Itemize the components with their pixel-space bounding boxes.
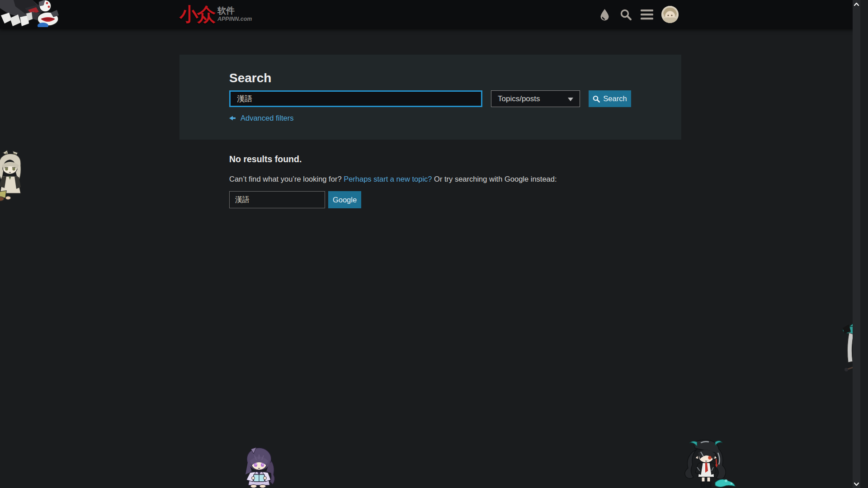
advanced-filters-label: Advanced filters <box>241 114 293 122</box>
arrow-left-icon <box>229 116 236 121</box>
logo-subtitle: APPINN.com <box>217 16 252 23</box>
search-results: No results found. Can’t find what you’re… <box>229 154 681 208</box>
google-button-label: Google <box>333 196 357 204</box>
new-topic-link[interactable]: Perhaps start a new topic? <box>344 175 432 183</box>
logo-subtext: 软件 APPINN.com <box>217 6 252 23</box>
hint-prefix: Can’t find what you’re looking for? <box>229 175 344 183</box>
scrollbar-up-button[interactable] <box>853 0 860 8</box>
theme-toggle-button[interactable] <box>598 8 611 21</box>
google-search-button[interactable]: Google <box>328 191 361 208</box>
content-area: 小众 软件 APPINN.com <box>0 0 860 488</box>
google-search-input[interactable] <box>229 191 325 208</box>
search-button-icon <box>593 95 600 103</box>
site-header: 小众 软件 APPINN.com <box>0 0 860 29</box>
chevron-up-icon <box>854 3 859 6</box>
no-results-heading: No results found. <box>229 154 681 164</box>
search-row: Topics/posts Search <box>229 90 631 107</box>
search-panel: Search Topics/posts Search <box>179 55 681 140</box>
search-page: 小众 软件 APPINN.com <box>0 0 868 488</box>
chevron-down-icon <box>854 483 859 486</box>
site-logo[interactable]: 小众 软件 APPINN.com <box>179 3 252 26</box>
logo-text-gray: 软件 <box>217 6 252 16</box>
search-input[interactable] <box>229 90 482 107</box>
no-results-hint: Can’t find what you’re looking for? Perh… <box>229 175 681 183</box>
scrollbar[interactable] <box>853 0 860 488</box>
header-search-button[interactable] <box>619 8 632 21</box>
user-avatar[interactable] <box>661 6 679 23</box>
scrollbar-down-button[interactable] <box>853 480 860 488</box>
logo-text-red: 小众 <box>179 5 215 24</box>
advanced-filters-link[interactable]: Advanced filters <box>229 114 293 122</box>
magnifier-icon <box>620 9 632 21</box>
google-search-row: Google <box>229 191 681 208</box>
decoration-character-bottom-right <box>677 439 736 488</box>
decoration-character-left <box>0 150 29 202</box>
search-type-value: Topics/posts <box>498 94 540 103</box>
hint-suffix: Or try searching with Google instead: <box>432 175 557 183</box>
avatar-image <box>661 6 679 23</box>
water-drop-icon <box>600 9 609 21</box>
header-icons <box>598 0 679 29</box>
menu-button[interactable] <box>640 8 654 21</box>
decoration-character-bottom-left <box>241 446 279 488</box>
search-button-label: Search <box>603 94 627 103</box>
search-type-select[interactable]: Topics/posts <box>491 90 580 107</box>
page-title: Search <box>229 71 271 85</box>
header-decoration-art <box>0 0 61 27</box>
hamburger-icon <box>640 9 654 20</box>
chevron-down-icon <box>568 98 573 101</box>
search-button[interactable]: Search <box>589 90 631 107</box>
